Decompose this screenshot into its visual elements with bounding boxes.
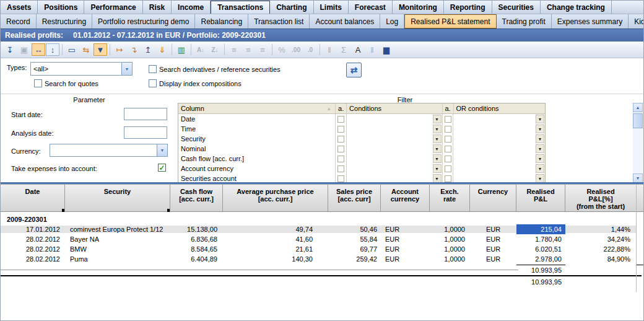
filter-col-header-conditions[interactable]: Conditions — [347, 103, 442, 113]
sort-az-icon[interactable]: A↓ — [194, 43, 207, 56]
cell-exch-rate[interactable]: 1,0000 — [430, 226, 470, 233]
tab-restructuring[interactable]: Restructuring — [37, 14, 92, 29]
chevron-down-icon[interactable]: ▼ — [433, 154, 442, 163]
column-resize-marker[interactable] — [167, 209, 170, 212]
cell-realised-pnl-pct[interactable]: 222,88% — [565, 245, 637, 253]
chevron-down-icon[interactable]: ▼ — [157, 144, 167, 156]
cell-avg-price[interactable]: 41,60 — [223, 235, 328, 243]
run-search-button[interactable]: ⇄ — [346, 63, 362, 77]
sum-icon[interactable]: Σ — [337, 43, 350, 56]
column-header-realised-pnl-pct[interactable]: Realised P&L[%] (from the start) — [565, 185, 637, 211]
tab-transaction-list[interactable]: Transaction list — [248, 14, 310, 29]
chevron-down-icon[interactable]: ▼ — [433, 164, 442, 173]
cell-realised-pnl-selected[interactable]: 215,04 — [516, 224, 565, 234]
step-up-icon[interactable]: ↥ — [141, 43, 155, 56]
sort-za-icon[interactable]: Z↓ — [208, 43, 222, 56]
portfolio-group-row[interactable]: 2009-220301 — [1, 214, 643, 224]
and-checkbox[interactable] — [445, 146, 451, 152]
start-date-input[interactable] — [124, 108, 167, 120]
and-checkbox[interactable] — [337, 156, 344, 162]
remove-decimal-icon[interactable]: .0 — [303, 43, 317, 56]
menu-item-change-tracking[interactable]: Change tracking — [541, 1, 612, 14]
tab-log[interactable]: Log — [380, 14, 404, 29]
step-right-icon[interactable]: ↦ — [113, 43, 126, 56]
table-row[interactable]: 28.02.2012 BMW 8.584,65 21,61 69,77 EUR … — [1, 244, 643, 254]
condition-cell[interactable]: ▼ — [347, 144, 442, 154]
quotes-checkbox[interactable] — [34, 79, 42, 87]
cell-account-currency[interactable]: EUR — [381, 235, 430, 243]
menu-item-monitoring[interactable]: Monitoring — [393, 1, 444, 14]
or-condition-cell[interactable]: ▼ — [453, 134, 545, 144]
filter-field-name[interactable]: Date — [178, 114, 336, 124]
cell-realised-pnl[interactable]: 1.780,40 — [516, 234, 565, 244]
index-compositions-checkbox[interactable] — [149, 79, 157, 87]
and-checkbox[interactable] — [445, 165, 451, 172]
cell-currency[interactable]: EUR — [470, 226, 516, 233]
chevron-down-icon[interactable]: ▼ — [433, 134, 442, 143]
chevron-down-icon[interactable]: ▼ — [536, 144, 544, 153]
chevron-down-icon[interactable]: ▼ — [433, 125, 442, 133]
cell-sales-price[interactable]: 69,77 — [328, 245, 381, 253]
condition-cell[interactable]: ▼ — [347, 134, 442, 144]
and-checkbox[interactable] — [337, 116, 344, 123]
column-header-date[interactable]: Date — [1, 185, 65, 211]
filter-scrollbar[interactable]: ▲ ▼ — [633, 103, 643, 183]
column-header-account-currency[interactable]: Account currency — [381, 185, 430, 211]
menu-item-transactions[interactable]: Transactions — [211, 1, 270, 14]
cell-cash-flow[interactable]: 8.584,65 — [170, 245, 223, 253]
tab-account-balances[interactable]: Account balances — [310, 14, 380, 29]
or-condition-cell[interactable]: ▼ — [453, 114, 545, 124]
cell-realised-pnl[interactable]: 2.978,00 — [516, 254, 565, 264]
menu-item-securities[interactable]: Securities — [492, 1, 541, 14]
menu-item-limits[interactable]: Limits — [314, 1, 349, 14]
cell-date[interactable]: 17.01.2012 — [1, 226, 65, 233]
column-header-realised-pnl[interactable]: Realised P&L — [516, 185, 565, 211]
types-combo[interactable]: <all> ▼ — [30, 62, 133, 76]
and-checkbox[interactable] — [337, 126, 344, 133]
cell-realised-pnl-pct[interactable]: 84,90% — [565, 255, 637, 263]
expenses-checkbox[interactable]: ✓ — [158, 164, 166, 172]
derivatives-checkbox[interactable] — [149, 65, 157, 73]
cell-avg-price[interactable]: 21,61 — [223, 245, 328, 253]
and-checkbox[interactable] — [337, 136, 344, 143]
chevron-down-icon[interactable]: ▼ — [433, 144, 442, 153]
cell-date[interactable]: 28.02.2012 — [1, 235, 65, 243]
tab-expenses-summary[interactable]: Expenses summary — [552, 14, 629, 29]
chevron-down-icon[interactable]: ▼ — [536, 115, 544, 123]
cell-avg-price[interactable]: 140,30 — [223, 255, 328, 263]
cell-exch-rate[interactable]: 1,0000 — [430, 255, 470, 263]
copy-icon[interactable]: ▣ — [17, 43, 31, 56]
filter-icon[interactable]: ▼ — [94, 43, 107, 56]
chevron-down-icon[interactable]: ▼ — [121, 63, 132, 75]
cell-security[interactable]: Bayer NA — [65, 235, 170, 243]
and-checkbox[interactable] — [337, 165, 344, 172]
cell-avg-price[interactable]: 49,74 — [223, 226, 328, 233]
chevron-down-icon[interactable]: ▼ — [536, 125, 544, 133]
chevron-down-icon[interactable]: ▼ — [536, 164, 544, 173]
and-checkbox[interactable] — [445, 136, 451, 143]
currency-combo[interactable]: ▼ — [50, 144, 168, 157]
column-mark-icon[interactable]: ▥ — [175, 43, 188, 56]
or-condition-cell[interactable]: ▼ — [453, 144, 545, 154]
tab-trading-profit[interactable]: Trading profit — [497, 14, 552, 29]
menu-item-forecast[interactable]: Forecast — [349, 1, 393, 14]
and-checkbox[interactable] — [445, 156, 451, 162]
cell-cash-flow[interactable]: 6.836,68 — [170, 235, 223, 243]
filter-field-name[interactable]: Time — [178, 124, 336, 134]
chart-icon[interactable]: ▆ — [380, 43, 393, 56]
and-checkbox[interactable] — [445, 116, 451, 123]
cell-currency[interactable]: EUR — [470, 235, 516, 243]
menu-item-reporting[interactable]: Reporting — [444, 1, 492, 14]
filter-col-header-and[interactable]: a. — [336, 103, 347, 113]
menu-item-assets[interactable]: Assets — [1, 1, 38, 14]
tab-portfolio-restructuring-demo[interactable]: Portfolio restructuring demo — [92, 14, 195, 29]
table-row[interactable]: 28.02.2012 Bayer NA 6.836,68 41,60 55,84… — [1, 234, 643, 244]
filter-field-name[interactable]: Nominal — [178, 144, 336, 154]
freeze-icon[interactable]: ‖ — [323, 43, 336, 56]
cell-date[interactable]: 28.02.2012 — [1, 245, 65, 253]
cell-sales-price[interactable]: 55,84 — [328, 235, 381, 243]
cell-currency[interactable]: EUR — [470, 245, 516, 253]
cell-realised-pnl-pct[interactable]: 1,44% — [565, 226, 637, 233]
menu-item-performance[interactable]: Performance — [84, 1, 142, 14]
fit-height-icon[interactable]: ↕ — [46, 43, 59, 56]
